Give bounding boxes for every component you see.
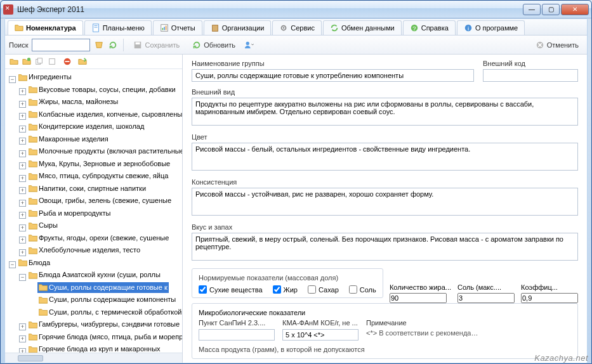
- expander-icon[interactable]: +: [19, 335, 26, 342]
- chk-dry[interactable]: Сухие вещества: [199, 285, 263, 294]
- expander-icon[interactable]: +: [19, 175, 26, 182]
- tree-node[interactable]: Вкусовые товары, соусы, специи, добавки: [27, 84, 177, 95]
- tree-node[interactable]: Гамбургеры, чизбургеры, сэндвичи готовые: [27, 319, 181, 330]
- tree-node[interactable]: Фрукты, ягоды, орехи (свежие, сушеные: [27, 233, 170, 244]
- tree-edit-icon[interactable]: [47, 56, 57, 67]
- minimize-button[interactable]: —: [523, 4, 541, 15]
- expander-icon[interactable]: +: [19, 126, 26, 133]
- tab-label: Номенклатура: [26, 24, 76, 32]
- expander-icon[interactable]: +: [19, 101, 26, 108]
- expander-icon[interactable]: −: [9, 76, 16, 83]
- tree-node[interactable]: Напитки, соки, спиртные напитки: [27, 183, 147, 194]
- expander-icon[interactable]: +: [19, 200, 26, 207]
- taste-input[interactable]: [192, 233, 578, 261]
- tree-export-icon[interactable]: [77, 56, 88, 67]
- micro-kma-input[interactable]: [282, 329, 358, 341]
- tree-node[interactable]: Блюда: [17, 257, 51, 268]
- ext-code-input[interactable]: [483, 69, 578, 82]
- save-button[interactable]: Сохранить: [129, 39, 184, 51]
- expander-icon[interactable]: +: [19, 212, 26, 219]
- svg-text:i: i: [468, 25, 469, 32]
- close-button[interactable]: ✕: [561, 4, 589, 15]
- tree-node[interactable]: Жиры, масла, майонезы: [27, 96, 119, 107]
- tab-exchange[interactable]: Обмен данными: [323, 20, 402, 35]
- tree-node[interactable]: Кондитерские изделия, шоколад: [27, 121, 145, 132]
- tab-plans[interactable]: Планы-меню: [84, 20, 152, 35]
- chk-sugar[interactable]: Сахар: [308, 285, 339, 294]
- tree-node[interactable]: Мука, Крупы, Зерновые и зернобобовые: [27, 159, 171, 169]
- cancel-icon: [536, 41, 544, 49]
- tab-label: Планы-меню: [103, 24, 145, 32]
- appearance-input[interactable]: [192, 98, 578, 126]
- tree-node[interactable]: Колбасные изделия, копченые, сыровяленые: [27, 109, 182, 120]
- svg-rect-5: [164, 27, 165, 30]
- coeff-input[interactable]: [521, 293, 578, 303]
- tree-node[interactable]: Горячие блюда (мясо, птица, рыба и мореп…: [27, 332, 182, 342]
- expander-icon[interactable]: +: [19, 113, 26, 120]
- expander-icon[interactable]: +: [19, 187, 26, 194]
- expander-icon[interactable]: +: [19, 138, 26, 145]
- svg-point-9: [283, 27, 285, 29]
- maximize-button[interactable]: ▢: [542, 4, 560, 15]
- expander-icon[interactable]: −: [9, 261, 16, 268]
- expander-icon[interactable]: +: [19, 323, 26, 330]
- tree-node-label: Фрукты, ягоды, орехи (свежие, сушеные: [39, 233, 169, 244]
- cancel-button[interactable]: Отменить: [531, 39, 583, 51]
- color-input[interactable]: [192, 143, 578, 171]
- expander-icon[interactable]: +: [19, 162, 26, 169]
- expander-icon[interactable]: +: [19, 224, 26, 231]
- tree-node[interactable]: Рыба и морепродукты: [27, 208, 112, 219]
- tree-node[interactable]: Суши, роллы содержащие компоненты: [37, 294, 177, 305]
- tree-node[interactable]: Хлебобулочные изделия, тесто: [27, 245, 141, 256]
- search-refresh-icon[interactable]: [108, 40, 118, 50]
- svg-text:?: ?: [412, 25, 416, 32]
- tree-copy-icon[interactable]: [34, 56, 44, 67]
- tree-view[interactable]: −Ингредиенты+Вкусовые товары, соусы, спе…: [5, 69, 182, 353]
- tab-reports[interactable]: Отчеты: [153, 20, 202, 35]
- tab-nomenclature[interactable]: Номенклатура: [8, 20, 83, 35]
- tree-new-item-icon[interactable]: [22, 56, 32, 67]
- salt-max-input[interactable]: [457, 293, 515, 303]
- search-clear-icon[interactable]: [94, 40, 104, 50]
- tree-node[interactable]: Суши, роллы содержащие готовые к: [37, 282, 169, 293]
- search-input[interactable]: [32, 39, 90, 51]
- tree-node[interactable]: Сыры: [27, 220, 59, 231]
- tab-service[interactable]: Сервис: [272, 20, 322, 35]
- tree-node[interactable]: Мясо, птица, субпродукты свежие, яйца: [27, 171, 169, 181]
- tree-delete-icon[interactable]: [62, 56, 72, 67]
- tree-node-label: Горячие блюда из круп и макаронных: [39, 344, 161, 353]
- fat-amount-label: Количество жира...: [390, 283, 451, 291]
- expander-icon[interactable]: +: [19, 88, 26, 95]
- expander-icon[interactable]: +: [19, 348, 26, 353]
- micro-sanpin-input[interactable]: [199, 329, 275, 341]
- save-label: Сохранить: [145, 41, 180, 49]
- tab-orgs[interactable]: Организации: [204, 20, 272, 35]
- expander-icon[interactable]: +: [19, 150, 26, 157]
- group-name-input[interactable]: [192, 69, 474, 82]
- svg-rect-15: [136, 42, 140, 44]
- chk-fat[interactable]: Жир: [273, 285, 298, 294]
- tree-node[interactable]: Молочные продукты (включая растительные: [27, 146, 182, 157]
- tree-node[interactable]: Овощи, грибы, зелень (свежие, сушеные: [27, 195, 173, 206]
- expander-icon[interactable]: −: [19, 274, 26, 281]
- tree-new-folder-icon[interactable]: [9, 56, 19, 67]
- tab-about[interactable]: i О программе: [457, 20, 525, 35]
- fat-amount-input[interactable]: [390, 293, 447, 303]
- tree-node[interactable]: Блюда Азиатской кухни (суши, роллы: [27, 270, 162, 280]
- refresh-button[interactable]: Обновить: [188, 39, 240, 51]
- tree-node[interactable]: Ингредиенты: [17, 72, 73, 82]
- tree-node-label: Колбасные изделия, копченые, сыровяленые: [39, 109, 182, 120]
- tree-hscrollbar[interactable]: [5, 353, 182, 363]
- tree-node-label: Вкусовые товары, соусы, специи, добавки: [39, 84, 176, 95]
- coeff-label: Коэффиц...: [521, 283, 578, 291]
- expander-icon[interactable]: +: [19, 249, 26, 256]
- tab-help[interactable]: ? Справка: [403, 20, 456, 35]
- chk-salt[interactable]: Соль: [349, 285, 376, 294]
- svg-rect-0: [93, 24, 98, 32]
- expander-icon[interactable]: +: [19, 237, 26, 244]
- tree-node[interactable]: Суши, роллы, с термической обработкой: [37, 307, 182, 318]
- user-dropdown-icon[interactable]: [244, 40, 254, 50]
- consistency-input[interactable]: [192, 188, 578, 216]
- tree-node[interactable]: Горячие блюда из круп и макаронных: [27, 344, 162, 353]
- tree-node[interactable]: Макаронные изделия: [27, 134, 110, 145]
